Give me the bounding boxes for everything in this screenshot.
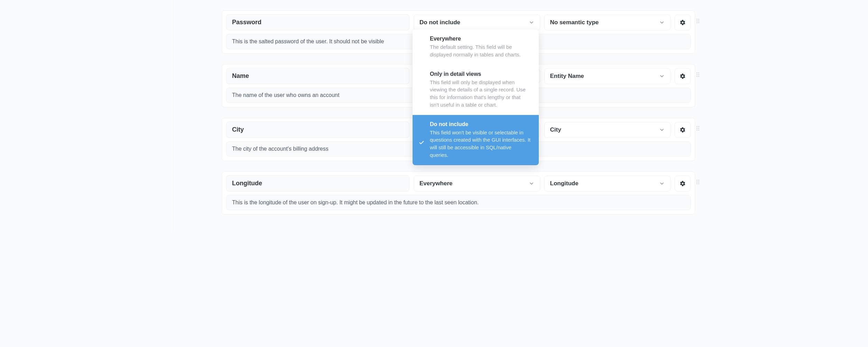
field-name-input[interactable]: Longitude bbox=[226, 175, 409, 192]
semantic-type-select-label: Entity Name bbox=[550, 73, 584, 80]
option-description: The default setting. This field will be … bbox=[430, 43, 530, 59]
check-icon bbox=[419, 140, 424, 145]
chevron-down-icon bbox=[659, 73, 665, 79]
visibility-select[interactable]: Do not include bbox=[414, 15, 540, 30]
drag-handle[interactable] bbox=[696, 18, 700, 25]
field-settings-button[interactable] bbox=[675, 122, 691, 138]
visibility-dropdown: Everywhere The default setting. This fie… bbox=[413, 29, 539, 165]
semantic-type-select-label: No semantic type bbox=[550, 19, 599, 26]
gear-icon bbox=[680, 180, 686, 187]
semantic-type-select[interactable]: Longitude bbox=[544, 176, 671, 192]
field-description-input[interactable]: This is the longitude of the user on sig… bbox=[226, 195, 691, 210]
semantic-type-select[interactable]: Entity Name bbox=[544, 68, 671, 84]
visibility-select[interactable]: Everywhere bbox=[414, 176, 540, 192]
field-settings-button[interactable] bbox=[675, 176, 691, 192]
visibility-option-everywhere[interactable]: Everywhere The default setting. This fie… bbox=[413, 29, 539, 65]
gear-icon bbox=[680, 127, 686, 133]
field-name-input[interactable]: City bbox=[226, 122, 409, 138]
drag-handle[interactable] bbox=[696, 179, 700, 186]
field-row-header: Longitude Everywhere Longitude bbox=[226, 175, 691, 192]
field-row-header: Password Do not include No semantic type bbox=[226, 14, 691, 30]
visibility-select-label: Do not include bbox=[419, 19, 460, 26]
drag-handle[interactable] bbox=[696, 126, 700, 133]
chevron-down-icon bbox=[659, 127, 665, 133]
option-title: Everywhere bbox=[430, 36, 530, 42]
option-title: Only in detail views bbox=[430, 71, 530, 77]
field-name-input[interactable]: Name bbox=[226, 68, 409, 84]
field-settings-button[interactable] bbox=[675, 15, 691, 30]
option-description: This field will only be displayed when v… bbox=[430, 79, 530, 109]
chevron-down-icon bbox=[659, 20, 665, 25]
option-description: This field won't be visible or selectabl… bbox=[430, 129, 530, 159]
gear-icon bbox=[680, 19, 686, 26]
visibility-option-only-detail[interactable]: Only in detail views This field will onl… bbox=[413, 65, 539, 115]
field-admin-page: Password Do not include No semantic type bbox=[173, 0, 695, 232]
chevron-down-icon bbox=[529, 20, 534, 25]
semantic-type-select[interactable]: No semantic type bbox=[544, 15, 671, 30]
gear-icon bbox=[680, 73, 686, 79]
semantic-type-select-label: Longitude bbox=[550, 180, 579, 187]
option-title: Do not include bbox=[430, 121, 530, 127]
drag-handle[interactable] bbox=[696, 72, 700, 79]
chevron-down-icon bbox=[659, 181, 665, 186]
visibility-select-label: Everywhere bbox=[419, 180, 452, 187]
visibility-option-do-not-include[interactable]: Do not include This field won't be visib… bbox=[413, 115, 539, 165]
field-row-longitude: Longitude Everywhere Longitude bbox=[222, 171, 695, 215]
field-settings-button[interactable] bbox=[675, 68, 691, 84]
field-name-input[interactable]: Password bbox=[226, 14, 409, 30]
semantic-type-select-label: City bbox=[550, 126, 561, 133]
chevron-down-icon bbox=[529, 181, 534, 186]
semantic-type-select[interactable]: City bbox=[544, 122, 671, 138]
